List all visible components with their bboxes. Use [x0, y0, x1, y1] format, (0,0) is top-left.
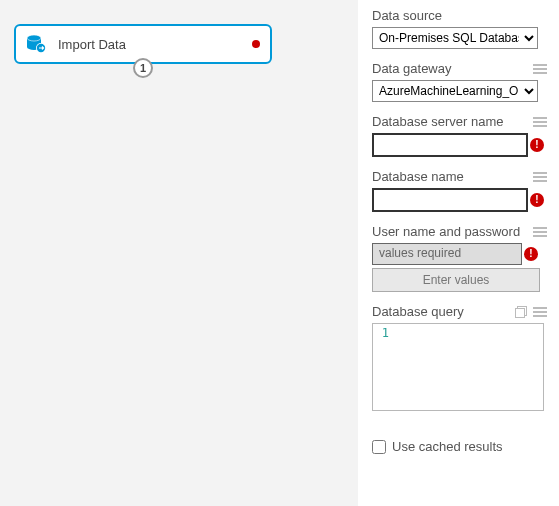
- checkbox-use-cached[interactable]: [372, 440, 386, 454]
- label-db-name: Database name: [372, 169, 464, 184]
- menu-icon[interactable]: [533, 307, 547, 317]
- label-credentials: User name and password: [372, 224, 520, 239]
- field-server-name: Database server name: [372, 114, 547, 157]
- label-server-name: Database server name: [372, 114, 504, 129]
- enter-values-button[interactable]: Enter values: [372, 268, 540, 292]
- field-cached: Use cached results: [372, 439, 547, 454]
- label-query: Database query: [372, 304, 464, 319]
- properties-panel: Data source On-Premises SQL Database Dat…: [358, 0, 559, 506]
- label-use-cached: Use cached results: [392, 439, 503, 454]
- database-import-icon: [24, 32, 48, 56]
- field-query: Database query 1: [372, 304, 547, 411]
- field-data-gateway: Data gateway AzureMachineLearning_On: [372, 61, 547, 102]
- error-icon: [252, 40, 260, 48]
- select-data-gateway[interactable]: AzureMachineLearning_On: [372, 80, 538, 102]
- field-db-name: Database name: [372, 169, 547, 212]
- module-output-port[interactable]: 1: [133, 58, 153, 78]
- field-data-source: Data source On-Premises SQL Database: [372, 8, 547, 49]
- select-data-source[interactable]: On-Premises SQL Database: [372, 27, 538, 49]
- credentials-status: values required: [372, 243, 522, 265]
- label-data-gateway: Data gateway: [372, 61, 452, 76]
- error-icon: [530, 193, 544, 207]
- menu-icon[interactable]: [533, 227, 547, 237]
- input-server-name[interactable]: [372, 133, 528, 157]
- query-text[interactable]: [393, 324, 543, 410]
- error-icon: [530, 138, 544, 152]
- label-data-source: Data source: [372, 8, 442, 23]
- menu-icon[interactable]: [533, 117, 547, 127]
- line-number: 1: [373, 324, 393, 410]
- field-credentials: User name and password values required E…: [372, 224, 547, 292]
- canvas-area[interactable]: Import Data 1: [0, 0, 358, 506]
- module-label: Import Data: [58, 37, 252, 52]
- input-db-name[interactable]: [372, 188, 528, 212]
- menu-icon[interactable]: [533, 64, 547, 74]
- query-editor[interactable]: 1: [372, 323, 544, 411]
- popout-icon[interactable]: [515, 306, 527, 318]
- menu-icon[interactable]: [533, 172, 547, 182]
- error-icon: [524, 247, 538, 261]
